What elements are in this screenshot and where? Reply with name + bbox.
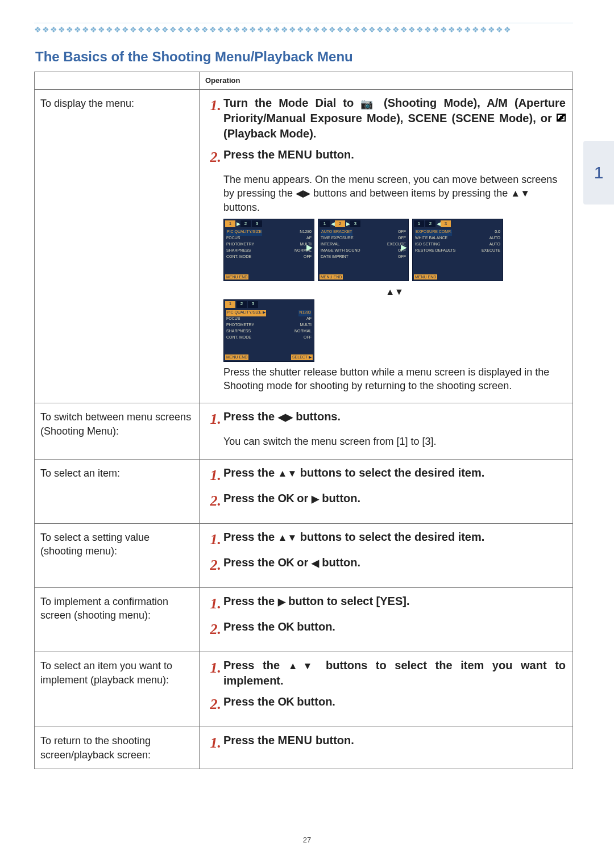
step-text: Press the [223,695,278,708]
step-text: button. [316,148,354,161]
tab: 3 [350,220,360,227]
step-text: Press the [223,531,278,543]
up-down-arrows-icon: ▲▼ [288,661,318,671]
step-text: button. [322,556,360,569]
row-operation: 1. Press the ▲▼ buttons to select the de… [200,523,573,587]
step-number: 1. [206,594,221,614]
footer-label: MENU END [320,274,343,279]
step-text: button to select [YES]. [288,595,409,607]
step-text: or [297,556,312,569]
tab: 1 [225,301,235,308]
menu-item: EXPOSURE COMP. [415,229,452,236]
menu-value: N1280 [300,229,312,236]
right-arrow-icon: ▶ [312,494,319,504]
up-down-arrows-icon: ▲▼ [278,468,297,479]
step-text: Press the [223,492,278,504]
tab: 3 [248,301,258,308]
tab: 1 [225,220,235,227]
step-text: buttons to select the desired item. [300,466,485,479]
menu-item: PHOTOMETRY [226,323,254,329]
step-text: button. [316,734,354,746]
menu-item: PHOTOMETRY [226,242,254,248]
right-arrow-icon: ▶ [278,596,285,607]
step-text: Press the [223,734,278,746]
step-text: Press the [223,620,278,633]
left-arrow-icon: ◀ [331,220,335,228]
menu-screenshot-3: 1 2 ◀ 3 EXPOSURE COMP.0.0 WHITE BALANCEA… [412,219,503,281]
table-row: To display the menu: 1. Turn the Mode Di… [35,89,573,403]
sub-screenshot-block: ▲▼ 1 2 3 PIC QUALITY/SIZE ▶N1280 FOCUSAF… [223,286,566,362]
table-row: To select an item: 1. Press the ▲▼ butto… [35,459,573,523]
page: ❖❖❖❖❖❖❖❖❖❖❖❖❖❖❖❖❖❖❖❖❖❖❖❖❖❖❖❖❖❖❖❖❖❖❖❖❖❖❖❖… [0,0,614,868]
table-row: To return to the shooting screen/playbac… [35,727,573,769]
menu-label: MENU [278,734,313,746]
menu-item: INTERVAL [321,242,340,248]
menu-item: PIC QUALITY/SIZE ▶ [226,310,266,316]
step-text: Press the [223,659,288,671]
menu-item: FOCUS [226,236,240,242]
tab: 2 [240,220,251,227]
step-text: Press the [223,466,278,479]
tab: 1 [414,220,424,227]
row-label: To return to the shooting screen/playbac… [35,727,200,769]
row-operation: 1. Press the ▲▼ buttons to select the it… [200,652,573,727]
menu-screenshot-4: 1 2 3 PIC QUALITY/SIZE ▶N1280 FOCUSAF PH… [223,299,314,362]
up-down-arrows-icon: ▲▼ [511,188,530,199]
footer-label: SELECT ▶ [291,354,313,360]
step-number: 1. [206,95,221,141]
tab: 2 [237,301,247,308]
table-row: To select a setting value (shooting menu… [35,523,573,587]
up-down-arrows-icon: ▲▼ [223,286,566,298]
ok-label: OK [278,620,294,633]
menu-item: WHITE BALANCE [415,236,447,242]
section-title: The Basics of the Shooting Menu/Playback… [34,49,573,65]
step-number: 1. [206,529,221,549]
step-text: button. [297,620,335,633]
step-number: 2. [206,147,221,167]
step-number: 2. [206,555,221,575]
paragraph: You can switch the menu screen from [1] … [223,435,566,448]
step-text: Press the [223,556,278,569]
header-blank [35,72,200,90]
step-text: Turn the Mode Dial to [223,97,360,109]
step-number: 2. [206,619,221,639]
menu-item: CONT. MODE [226,254,251,261]
table-row: To switch between menu screens (Shooting… [35,403,573,459]
decorative-diamond-bar: ❖❖❖❖❖❖❖❖❖❖❖❖❖❖❖❖❖❖❖❖❖❖❖❖❖❖❖❖❖❖❖❖❖❖❖❖❖❖❖❖… [34,23,573,34]
step-text: Press the [223,410,278,423]
menu-item: AUTO BRACKET [321,229,352,236]
row-label: To display the menu: [35,89,200,403]
step-number: 2. [206,491,221,511]
menu-value: 0.0 [495,229,500,236]
step-number: 1. [206,733,221,753]
step-text: buttons to select the desired item. [300,531,485,543]
menu-item: IMAGE WITH SOUND [321,248,360,254]
header-operation: Operation [200,72,573,90]
menu-value: AF [306,316,312,323]
step-text: Press the [223,148,278,161]
right-arrow-icon: ▶ [237,220,240,228]
row-label: To implement a confirmation screen (shoo… [35,588,200,652]
menu-screenshots-row: 1 ▶ 2 3 PIC QUALITY/SIZEN1280 FOCUSAF PH… [223,219,566,281]
step-number: 1. [206,465,221,485]
menu-value: OFF [398,236,406,242]
row-label: To select an item you want to implement … [35,652,200,727]
menu-item: DATE IMPRINT [321,254,349,261]
step-text: button. [297,695,335,708]
step-number: 1. [206,409,221,429]
tab: 3 [252,220,262,227]
menu-value: N1280 [298,310,312,316]
text: buttons. [223,202,260,213]
menu-item: RESTORE DEFAULTS [415,248,455,254]
row-label: To switch between menu screens (Shooting… [35,403,200,459]
menu-value: OFF [398,254,406,261]
step-text: (Playback Mode). [223,127,316,140]
tab: 3 [441,220,451,227]
footer-label: MENU END [225,354,248,360]
menu-screenshot-2: 1 ◀ 2 ▶ 3 AUTO BRACKETOFF TIME EXPOSUREO… [318,219,409,281]
row-operation: 1. Press the MENU button. [200,727,573,769]
menu-value: AUTO [489,236,500,242]
tab: 2 [335,220,345,227]
chapter-tab-indicator: 1 [583,141,614,205]
step-text: Press the [223,595,278,607]
